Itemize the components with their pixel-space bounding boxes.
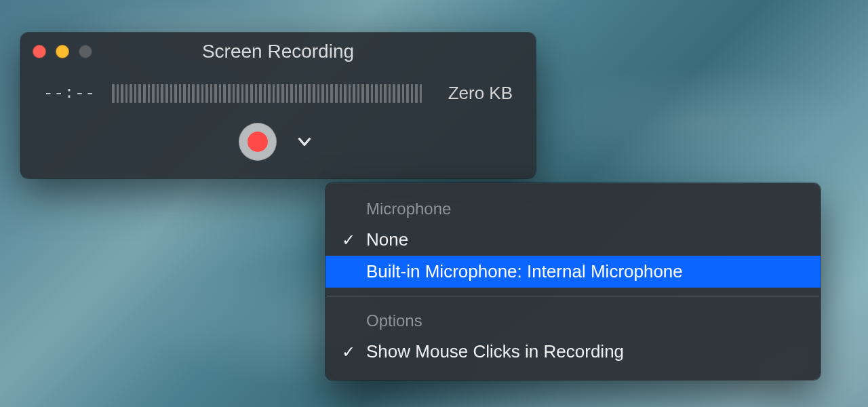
options-menu: Microphone ✓ None Built-in Microphone: I… bbox=[326, 183, 821, 380]
record-button[interactable] bbox=[239, 123, 277, 161]
status-row: --:-- Zero KB bbox=[20, 71, 536, 111]
menu-item-label: None bbox=[366, 229, 408, 250]
close-icon[interactable] bbox=[33, 45, 46, 58]
menu-item-show-clicks[interactable]: ✓ Show Mouse Clicks in Recording bbox=[326, 336, 821, 368]
menu-separator bbox=[327, 296, 819, 296]
file-size: Zero KB bbox=[438, 83, 513, 104]
window-title: Screen Recording bbox=[20, 41, 536, 62]
menu-section-microphone: Microphone bbox=[326, 193, 821, 224]
titlebar: Screen Recording bbox=[20, 33, 536, 71]
options-dropdown-button[interactable] bbox=[292, 129, 317, 155]
record-icon bbox=[248, 132, 268, 152]
menu-item-label: Built-in Microphone: Internal Microphone bbox=[366, 261, 683, 282]
screen-recording-window: Screen Recording --:-- Zero KB bbox=[20, 33, 536, 178]
menu-item-label: Show Mouse Clicks in Recording bbox=[366, 341, 624, 362]
menu-item-mic-builtin[interactable]: Built-in Microphone: Internal Microphone bbox=[326, 256, 821, 288]
window-controls bbox=[33, 45, 92, 58]
chevron-down-icon bbox=[296, 133, 313, 151]
controls-row bbox=[20, 111, 536, 161]
menu-item-mic-none[interactable]: ✓ None bbox=[326, 224, 821, 256]
zoom-icon bbox=[79, 45, 92, 58]
minimize-icon[interactable] bbox=[56, 45, 69, 58]
elapsed-time: --:-- bbox=[43, 84, 96, 102]
checkmark-icon: ✓ bbox=[342, 343, 355, 362]
menu-section-options: Options bbox=[326, 305, 821, 336]
audio-level-meter bbox=[112, 84, 422, 103]
checkmark-icon: ✓ bbox=[342, 231, 355, 250]
